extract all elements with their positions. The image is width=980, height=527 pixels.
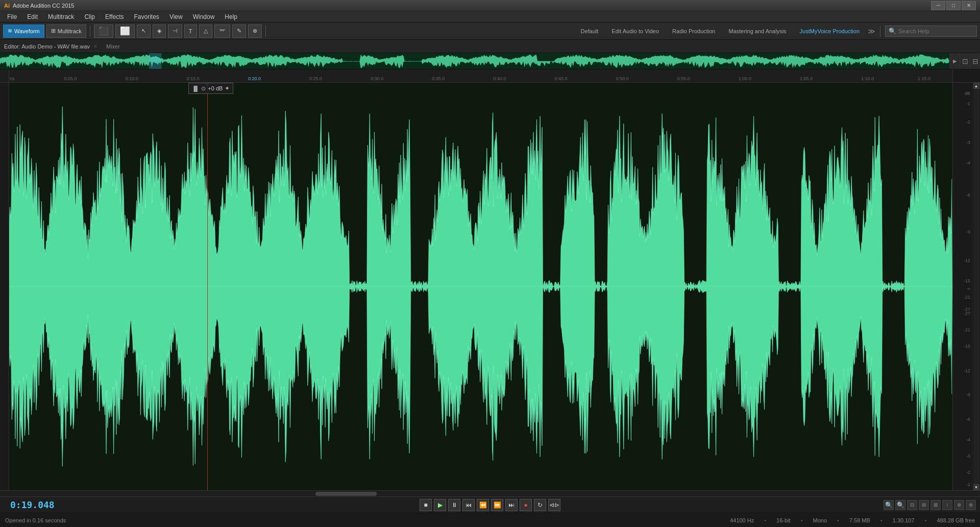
search-help-input[interactable] (898, 28, 960, 34)
zoom-extra-button[interactable]: ⊕ (954, 500, 964, 510)
zoom-reset-button[interactable]: ↕ (942, 500, 952, 510)
play-button[interactable]: ▶ (434, 499, 446, 511)
db-label-21: -21 (964, 295, 970, 300)
workspace-edit-audio[interactable]: Edit Audio to Video (606, 27, 664, 35)
stop-button[interactable]: ■ (420, 499, 432, 511)
record-button[interactable]: ● (520, 499, 532, 511)
db-label-n2: -2 (966, 470, 970, 475)
overview-fit-button[interactable]: ⊡ (960, 53, 970, 69)
db-label-inf: ∞ (967, 286, 970, 291)
tool-razor[interactable]: ⊣ (168, 25, 182, 38)
workspace-radio[interactable]: Radio Production (667, 27, 720, 35)
time-marker-25: 0:25.0 (309, 76, 322, 81)
zoom-waveform-button[interactable]: ⊠ (930, 500, 941, 510)
menu-window[interactable]: Window (188, 12, 220, 21)
skip-to-start-button[interactable]: ⏮ (462, 499, 475, 511)
menu-bar: File Edit Multitrack Clip Effects Favori… (0, 11, 980, 22)
workspace-justmyvoice[interactable]: JustMyVoice Production (795, 27, 865, 35)
search-help-area[interactable]: 🔍 (885, 26, 977, 37)
maximize-button[interactable]: □ (946, 1, 961, 10)
menu-multitrack[interactable]: Multitrack (43, 12, 79, 21)
workspace-mastering[interactable]: Mastering and Analysis (723, 27, 791, 35)
menu-help[interactable]: Help (219, 12, 242, 21)
overview-waveform-svg (0, 53, 949, 69)
overview-scroll-button[interactable]: ⊟ (970, 53, 980, 69)
editor-menu-icon[interactable]: ≡ (94, 43, 97, 49)
tool-btn-2[interactable]: ⬜ (115, 25, 135, 38)
status-free-space: 488.28 GB free (937, 517, 975, 523)
db-label-4: -4 (966, 160, 970, 165)
fast-forward-button[interactable]: ⏩ (491, 499, 503, 511)
tool-brush[interactable]: △ (199, 25, 212, 38)
editor-panel: Editor: Audio Demo - WAV file.wav ≡ Mixe… (0, 40, 980, 53)
rewind-button[interactable]: ⏪ (477, 499, 489, 511)
scroll-track (973, 89, 979, 484)
zoom-selection-button[interactable]: ⊞ (919, 500, 929, 510)
time-ruler[interactable]: hms 0:05.0 0:10.0 0:15.0 0:20.0 0:25.0 0… (9, 69, 952, 83)
title-bar-controls[interactable]: ─ □ ✕ (931, 1, 976, 10)
h-scrollbar[interactable] (0, 490, 980, 496)
time-marker-55: 0:55.0 (677, 76, 690, 81)
status-separator-2: • (801, 517, 803, 523)
workspace-default[interactable]: Default (575, 27, 603, 35)
h-scrollbar-thumb[interactable] (315, 492, 377, 496)
db-label-12: -12 (964, 258, 970, 263)
search-icon: 🔍 (889, 28, 896, 35)
skip-selection-button[interactable]: ⊲⊳ (548, 499, 560, 511)
waveform-area: ▐▌ ⊙ +0 dB ✦ dB -1 -2 -3 -4 -6 -9 -12 -1… (0, 83, 980, 490)
menu-favorites[interactable]: Favorites (129, 12, 164, 21)
main-area: hms 0:05.0 0:10.0 0:15.0 0:20.0 0:25.0 0… (0, 69, 980, 496)
time-marker-50: 0:50.0 (616, 76, 629, 81)
scroll-up-button[interactable]: ▲ (973, 83, 979, 89)
tool-zoom[interactable]: ⌤ (214, 25, 230, 38)
menu-file[interactable]: File (2, 12, 22, 21)
time-marker-05: 0:05.0 (64, 76, 77, 81)
db-label-0: dB (965, 91, 970, 96)
waveform-mode-button[interactable]: ≋ Waveform (3, 25, 44, 38)
zoom-full-button[interactable]: ⊟ (907, 500, 917, 510)
minimize-button[interactable]: ─ (931, 1, 945, 10)
tool-btn-1[interactable]: ⬛ (94, 25, 113, 38)
ruler-row: hms 0:05.0 0:10.0 0:15.0 0:20.0 0:25.0 0… (0, 69, 980, 83)
left-edge (0, 83, 9, 490)
close-button[interactable]: ✕ (962, 1, 976, 10)
waveform-canvas-container[interactable]: ▐▌ ⊙ +0 dB ✦ (9, 83, 952, 490)
menu-edit[interactable]: Edit (22, 12, 43, 21)
skip-to-end-button[interactable]: ⏭ (505, 499, 518, 511)
title-bar-title: Adobe Audition CC 2015 (13, 3, 74, 9)
overview-scroll-right[interactable]: ▶ (949, 53, 960, 69)
tool-extra[interactable]: ⊕ (248, 25, 262, 38)
menu-effects[interactable]: Effects (100, 12, 129, 21)
transport-bar: 0:19.048 ■ ▶ ⏸ ⏮ ⏪ ⏩ ⏭ ● ↻ ⊲⊳ 🔍 🔍 ⊟ ⊞ ⊠ … (0, 496, 980, 513)
rewind-icon: ⏪ (479, 501, 487, 509)
overview-waveform[interactable] (0, 53, 949, 69)
menu-clip[interactable]: Clip (79, 12, 100, 21)
play-icon: ▶ (438, 501, 443, 509)
zoom-out-button[interactable]: 🔍 (895, 500, 905, 510)
zoom-in-button[interactable]: 🔍 (884, 500, 894, 510)
overview-strip: ▶ ⊡ ⊟ (0, 53, 980, 69)
status-opened: Opened in 0.16 seconds (5, 517, 66, 523)
db-label-1: -1 (966, 101, 970, 106)
pause-icon: ⏸ (451, 501, 457, 509)
pause-button[interactable]: ⏸ (448, 499, 460, 511)
scroll-placeholder (972, 69, 980, 82)
workspace-overflow-icon[interactable]: ≫ (868, 27, 875, 35)
db-label-n21: -21 (964, 327, 970, 332)
vertical-scrollbar[interactable]: ▲ ▼ (972, 83, 980, 490)
menu-view[interactable]: View (164, 12, 188, 21)
mixer-tab[interactable]: Mixer (101, 42, 125, 51)
status-channels: Mono (813, 517, 827, 523)
multitrack-mode-button[interactable]: ⊞ Multitrack (46, 25, 86, 38)
status-sample-rate: 44100 Hz (730, 517, 754, 523)
playhead-container (207, 83, 208, 490)
tool-text[interactable]: T (184, 25, 197, 38)
scroll-down-button[interactable]: ▼ (973, 484, 979, 490)
fast-forward-icon: ⏩ (494, 501, 501, 509)
tool-envelope[interactable]: ◈ (153, 25, 166, 38)
zoom-extra2-button[interactable]: ⊗ (966, 500, 976, 510)
tool-select[interactable]: ↖ (137, 25, 151, 38)
loop-button[interactable]: ↻ (534, 499, 546, 511)
db-label-n6: -6 (966, 417, 970, 422)
tool-pencil[interactable]: ✎ (232, 25, 246, 38)
